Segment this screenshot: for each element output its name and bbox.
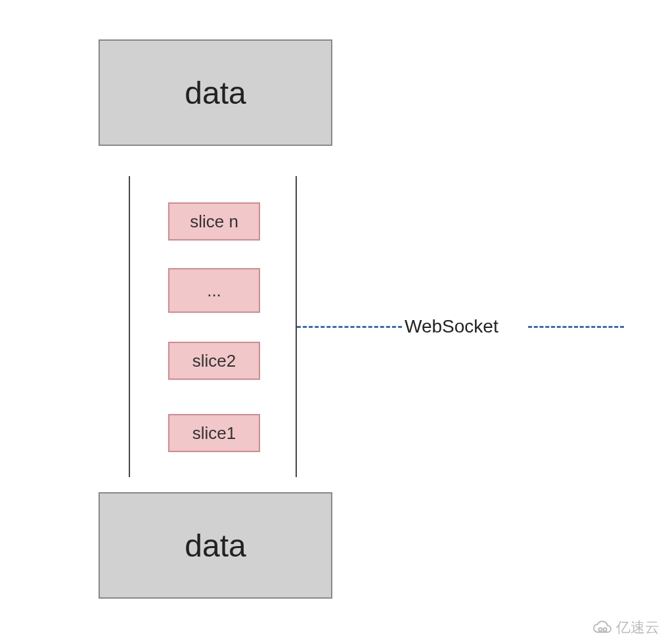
- slice-box-2: slice2: [168, 342, 260, 380]
- slice-label-ellipsis: ...: [207, 281, 221, 301]
- websocket-connection: WebSocket: [297, 326, 624, 327]
- slice-label-1: slice1: [192, 423, 236, 444]
- svg-point-0: [599, 628, 602, 632]
- slice-box-ellipsis: ...: [168, 268, 260, 313]
- slice-box-n: slice n: [168, 202, 260, 241]
- websocket-line-right: [528, 326, 624, 328]
- data-box-top-label: data: [185, 75, 246, 111]
- slice-box-1: slice1: [168, 414, 260, 452]
- data-box-top: data: [99, 39, 332, 146]
- cloud-icon: [592, 620, 612, 635]
- watermark: 亿速云: [592, 618, 659, 637]
- channel: slice n ... slice2 slice1: [129, 176, 297, 477]
- data-box-bottom: data: [99, 492, 332, 599]
- websocket-line-left: [297, 326, 402, 328]
- slice-label-n: slice n: [190, 212, 238, 232]
- watermark-text: 亿速云: [616, 618, 659, 637]
- websocket-label: WebSocket: [405, 315, 499, 338]
- slice-label-2: slice2: [192, 351, 236, 371]
- data-box-bottom-label: data: [185, 528, 246, 564]
- svg-point-1: [604, 628, 607, 632]
